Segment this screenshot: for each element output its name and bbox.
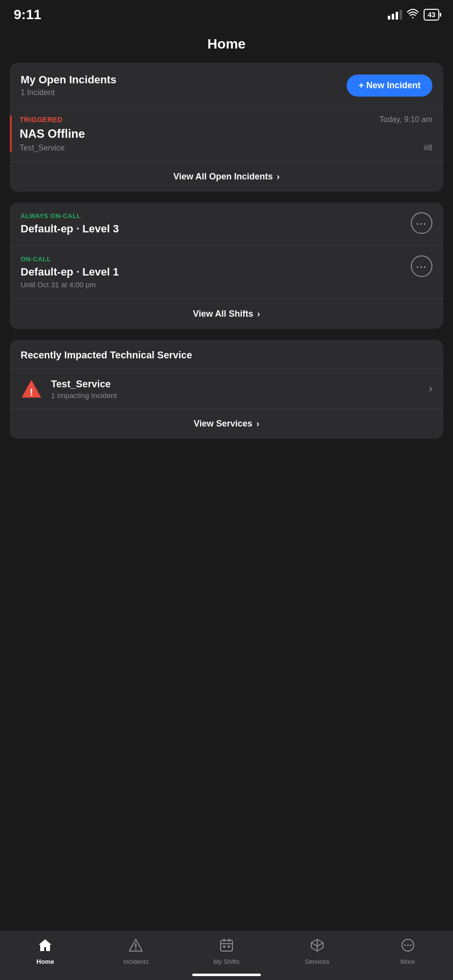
svg-point-14: [407, 944, 409, 946]
service-name: Test_Service: [51, 378, 424, 390]
warning-icon: !: [21, 378, 42, 400]
incident-severity-bar: [10, 115, 12, 152]
shift-more-button-2[interactable]: ···: [411, 255, 432, 277]
shift-more-button[interactable]: ···: [411, 212, 432, 234]
svg-point-0: [412, 17, 414, 18]
svg-point-13: [404, 944, 406, 946]
open-incidents-card: My Open Incidents 1 Incident + New Incid…: [10, 63, 443, 192]
battery-indicator: 43: [424, 9, 439, 21]
chevron-right-icon-shifts: ›: [257, 309, 260, 319]
status-icons: 43: [388, 9, 439, 21]
incident-number: #8: [424, 144, 432, 152]
incident-content: TRIGGERED Today, 9:10 am NAS Offline Tes…: [20, 115, 432, 152]
technical-services-card: Recently Impacted Technical Service ! Te…: [10, 340, 443, 439]
myshifts-icon: [219, 938, 234, 955]
incident-status-row: TRIGGERED Today, 9:10 am: [20, 115, 432, 124]
incident-item[interactable]: TRIGGERED Today, 9:10 am NAS Offline Tes…: [10, 106, 443, 161]
always-oncall-shift: ALWAYS ON-CALL Default-ep · Level 3 ···: [10, 202, 443, 245]
svg-rect-6: [221, 940, 232, 951]
nav-incidents[interactable]: Incidents: [116, 938, 155, 965]
status-bar: 9:11 43: [0, 0, 453, 27]
shift-title-2: Default-ep · Level 1: [21, 266, 411, 278]
svg-rect-10: [223, 946, 226, 948]
shift-info: ALWAYS ON-CALL Default-ep · Level 3: [21, 212, 411, 235]
main-content: My Open Incidents 1 Incident + New Incid…: [0, 63, 453, 508]
svg-text:!: !: [30, 387, 33, 398]
svg-point-5: [135, 949, 137, 950]
nav-home-label: Home: [36, 958, 54, 965]
incidents-header-text: My Open Incidents 1 Incident: [21, 74, 117, 97]
signal-icon: [388, 10, 402, 20]
shift-until: Until Oct 31 at 4:00 pm: [21, 280, 411, 289]
bottom-spacer: [10, 450, 443, 508]
service-item[interactable]: ! Test_Service 1 Impacting Incident ›: [10, 369, 443, 408]
triggered-badge: TRIGGERED: [20, 116, 63, 124]
chevron-right-icon: ›: [277, 172, 280, 182]
always-oncall-badge: ALWAYS ON-CALL: [21, 212, 411, 220]
incident-title: NAS Offline: [20, 127, 432, 141]
wifi-icon: [407, 9, 419, 21]
services-icon: [310, 938, 325, 955]
more-icon: [401, 938, 415, 955]
more-dots-icon: ···: [416, 218, 428, 229]
more-dots-icon-2: ···: [416, 261, 428, 272]
shift-title: Default-ep · Level 3: [21, 223, 411, 235]
svg-point-15: [410, 944, 412, 946]
incident-service-row: Test_Service #8: [20, 144, 432, 152]
chevron-right-icon-services: ›: [256, 419, 259, 429]
incident-service: Test_Service: [20, 144, 65, 152]
view-all-incidents-button[interactable]: View All Open Incidents ›: [10, 161, 443, 192]
home-icon: [38, 938, 52, 955]
nav-myshifts-label: My Shifts: [213, 958, 239, 965]
chevron-right-icon-service: ›: [429, 382, 432, 395]
incidents-count: 1 Incident: [21, 88, 117, 97]
new-incident-button[interactable]: + New Incident: [347, 75, 432, 97]
home-indicator: [192, 974, 261, 976]
nav-home[interactable]: Home: [25, 938, 65, 965]
technical-services-header: Recently Impacted Technical Service: [10, 340, 443, 369]
incidents-title: My Open Incidents: [21, 74, 117, 86]
view-all-shifts-button[interactable]: View All Shifts ›: [10, 299, 443, 329]
nav-more-label: More: [401, 958, 415, 965]
nav-services[interactable]: Services: [298, 938, 337, 965]
shift-header-2: ON-CALL Default-ep · Level 1 Until Oct 3…: [21, 255, 432, 289]
oncall-shift: ON-CALL Default-ep · Level 1 Until Oct 3…: [10, 245, 443, 299]
incident-time: Today, 9:10 am: [379, 115, 432, 124]
page-title: Home: [0, 27, 453, 63]
shifts-card: ALWAYS ON-CALL Default-ep · Level 3 ··· …: [10, 202, 443, 329]
bottom-nav: Home Incidents My Shifts: [0, 931, 453, 980]
svg-rect-11: [227, 946, 230, 948]
incidents-icon: [128, 938, 143, 955]
incidents-header: My Open Incidents 1 Incident + New Incid…: [10, 63, 443, 106]
nav-services-label: Services: [305, 958, 329, 965]
view-services-button[interactable]: View Services ›: [10, 408, 443, 439]
shift-header: ALWAYS ON-CALL Default-ep · Level 3 ···: [21, 212, 432, 235]
status-time: 9:11: [14, 7, 41, 23]
oncall-badge: ON-CALL: [21, 255, 411, 263]
nav-myshifts[interactable]: My Shifts: [207, 938, 246, 965]
nav-more[interactable]: More: [388, 938, 428, 965]
service-info: Test_Service 1 Impacting Incident: [51, 378, 424, 400]
service-incidents: 1 Impacting Incident: [51, 391, 424, 400]
shift-info-2: ON-CALL Default-ep · Level 1 Until Oct 3…: [21, 255, 411, 289]
nav-incidents-label: Incidents: [123, 958, 149, 965]
